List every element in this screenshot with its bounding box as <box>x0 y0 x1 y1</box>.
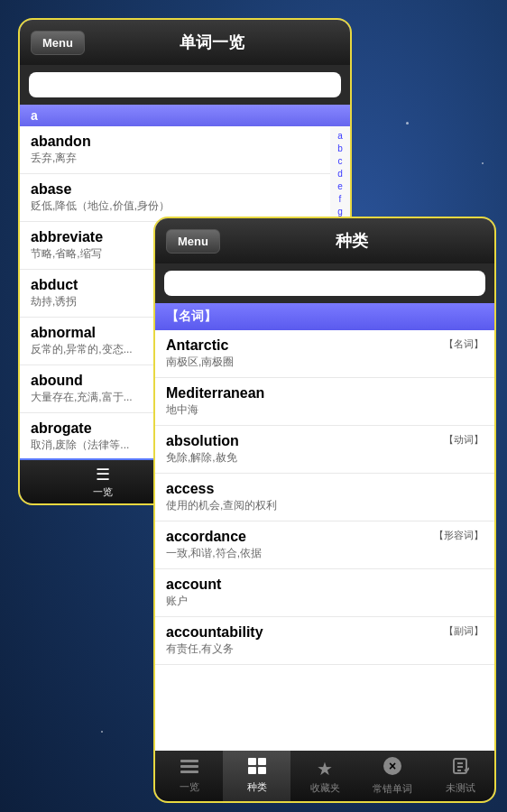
tab-icon <box>248 758 266 779</box>
word-chinese: 地中海 <box>166 402 264 418</box>
word-english: abandon <box>31 134 319 150</box>
tab-label: 一览 <box>93 485 113 499</box>
word-tag: 【副词】 <box>437 624 484 638</box>
word-english: abase <box>31 181 319 198</box>
search-input-front[interactable] <box>164 271 485 296</box>
word-chinese: 使用的机会,查阅的权利 <box>166 498 277 513</box>
alpha-letter[interactable]: b <box>337 143 343 155</box>
list-item[interactable]: access 使用的机会,查阅的权利 <box>155 474 494 521</box>
search-input-back[interactable] <box>29 72 341 97</box>
tab-changjian[interactable]: × 常错单词 <box>359 751 427 801</box>
list-item[interactable]: abase 贬低,降低（地位,价值,身份） <box>20 174 330 222</box>
svg-rect-6 <box>258 767 266 774</box>
tab-label: 常错单词 <box>373 782 412 796</box>
word-tag: 【名词】 <box>437 337 484 351</box>
svg-rect-1 <box>180 765 198 768</box>
word-chinese: 丢弃,离弃 <box>31 151 319 166</box>
menu-button-front[interactable]: Menu <box>166 229 220 254</box>
alpha-letter[interactable]: c <box>338 155 343 168</box>
panel-back-title: 单词一览 <box>85 32 339 53</box>
tab-label: 收藏夹 <box>310 781 340 795</box>
word-chinese: 有责任,有义务 <box>166 641 263 657</box>
word-chinese: 贬低,降低（地位,价值,身份） <box>31 198 319 214</box>
svg-rect-5 <box>248 767 256 774</box>
word-english: absolution <box>166 433 239 449</box>
alpha-letter[interactable]: a <box>337 130 343 143</box>
word-chinese: 账户 <box>166 594 221 609</box>
menu-button-back[interactable]: Menu <box>31 31 85 55</box>
tab-icon: ☰ <box>96 465 110 484</box>
category-bar-nouns: 【名词】 <box>155 303 494 330</box>
svg-rect-4 <box>258 758 266 765</box>
alpha-letter[interactable]: e <box>337 180 343 193</box>
word-english: accordance <box>166 529 262 545</box>
tab-label: 未测试 <box>446 781 475 795</box>
word-english: accountability <box>166 624 263 641</box>
word-english: account <box>166 577 221 593</box>
title-bar-front: Menu 种类 <box>155 218 494 263</box>
search-bar-front: 🔍 <box>155 263 494 303</box>
list-item[interactable]: Mediterranean 地中海 <box>155 378 494 426</box>
panel-front-title: 种类 <box>220 230 484 252</box>
panel-zhonglei: Menu 种类 🔍 【名词】 Antarctic 南极区,南极圈 【名词】 Me… <box>153 217 496 803</box>
word-tag: 【动词】 <box>437 433 484 447</box>
word-english: Mediterranean <box>166 385 264 401</box>
tab-icon <box>451 757 469 780</box>
alpha-letter[interactable]: d <box>337 168 343 180</box>
word-tag: 【形容词】 <box>427 529 484 542</box>
alpha-letter[interactable]: f <box>339 193 342 206</box>
list-item[interactable]: Antarctic 南极区,南极圈 【名词】 <box>155 330 494 378</box>
tab-shoucang[interactable]: ★ 收藏夹 <box>290 751 358 801</box>
search-bar-back: 🔍 <box>20 65 350 105</box>
list-item[interactable]: absolution 免除,解除,赦免 【动词】 <box>155 426 494 474</box>
list-item[interactable]: accordance 一致,和谐,符合,依据 【形容词】 <box>155 521 494 569</box>
word-chinese: 南极区,南极圈 <box>166 355 234 370</box>
word-chinese: 一致,和谐,符合,依据 <box>166 546 262 561</box>
list-item[interactable]: accountability 有责任,有义务 【副词】 <box>155 617 494 665</box>
svg-rect-3 <box>248 758 256 765</box>
tab-label: 种类 <box>247 780 267 794</box>
list-item[interactable]: abandon 丢弃,离弃 <box>20 126 330 174</box>
tab-bar-front: 一览 种类 ★ 收藏夹 × 常错单词 未测试 <box>155 751 494 801</box>
tab-yilan[interactable]: 一览 <box>155 751 223 801</box>
svg-rect-0 <box>180 760 198 762</box>
section-header-back: a <box>20 105 350 126</box>
tab-zhonglei[interactable]: 种类 <box>223 751 290 801</box>
title-bar-back: Menu 单词一览 <box>20 20 350 65</box>
word-english: access <box>166 481 277 497</box>
svg-text:×: × <box>389 759 396 773</box>
word-chinese: 免除,解除,赦免 <box>166 450 239 466</box>
tab-weiceshi[interactable]: 未测试 <box>427 751 494 801</box>
tab-icon: ★ <box>317 758 333 780</box>
word-english: Antarctic <box>166 337 234 354</box>
tab-icon: × <box>383 756 402 780</box>
list-item[interactable]: account 账户 <box>155 569 494 617</box>
svg-rect-2 <box>180 770 198 773</box>
word-list-front: Antarctic 南极区,南极圈 【名词】 Mediterranean 地中海… <box>155 330 494 751</box>
tab-label: 一览 <box>180 780 199 794</box>
tab-icon <box>180 758 198 779</box>
